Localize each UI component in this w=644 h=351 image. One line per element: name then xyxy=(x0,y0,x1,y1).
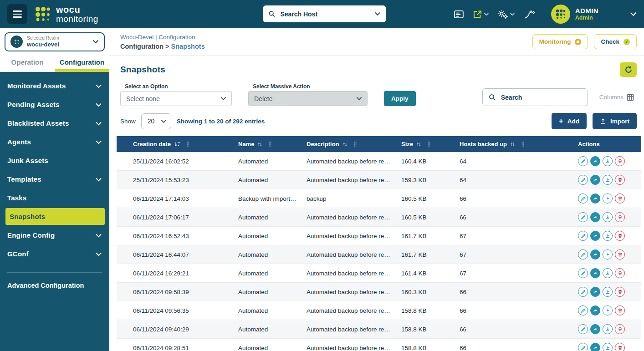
delete-snapshot-button[interactable] xyxy=(615,268,625,278)
column-header-creation-date[interactable]: Creation date xyxy=(117,136,233,152)
option-select[interactable]: Select none xyxy=(120,91,232,106)
restore-snapshot-button[interactable] xyxy=(590,212,600,222)
delete-snapshot-button[interactable] xyxy=(615,212,625,222)
sidebar-item-agents[interactable]: Agents xyxy=(0,132,109,151)
download-snapshot-button[interactable] xyxy=(603,268,613,278)
columns-button[interactable]: Columns xyxy=(597,93,637,102)
restore-snapshot-button[interactable] xyxy=(590,305,600,315)
breadcrumb-realm-link[interactable]: Wocu-Devel xyxy=(120,34,153,41)
breadcrumb-bar: Wocu-Devel | Configuration Configuration… xyxy=(109,28,644,56)
chevron-down-icon xyxy=(95,138,102,146)
table-search-input[interactable] xyxy=(500,93,582,102)
connector-icon[interactable] xyxy=(524,10,536,19)
download-snapshot-button[interactable] xyxy=(603,231,613,241)
column-header-size[interactable]: Size xyxy=(396,136,454,152)
edit-snapshot-button[interactable] xyxy=(578,343,588,351)
sidebar-item-gconf[interactable]: GConf xyxy=(0,244,109,263)
refresh-button[interactable] xyxy=(620,62,637,77)
import-button[interactable]: Import xyxy=(593,113,637,129)
restore-snapshot-button[interactable] xyxy=(590,268,600,278)
sidebar-item-label: Snapshots xyxy=(10,213,45,220)
wocu-logo[interactable]: wocu monitoring xyxy=(34,5,98,24)
restore-snapshot-button[interactable] xyxy=(590,324,600,334)
menu-icon[interactable] xyxy=(7,4,27,24)
apply-button[interactable]: Apply xyxy=(384,91,416,106)
sidebar-item-engine-config[interactable]: Engine Config xyxy=(0,226,109,244)
search-host-input[interactable] xyxy=(279,10,370,18)
restore-snapshot-button[interactable] xyxy=(590,287,600,297)
sidebar-item-junk-assets[interactable]: Junk Assets xyxy=(0,151,109,170)
massive-action-select[interactable]: Delete xyxy=(248,91,368,106)
edit-snapshot-button[interactable] xyxy=(578,193,588,203)
search-host-combobox[interactable] xyxy=(263,5,386,22)
reports-icon[interactable] xyxy=(454,10,464,19)
edit-snapshot-button[interactable] xyxy=(578,305,588,315)
delete-snapshot-button[interactable] xyxy=(615,249,625,259)
download-snapshot-button[interactable] xyxy=(603,343,613,351)
tab-operation[interactable]: Operation xyxy=(0,53,55,72)
delete-snapshot-button[interactable] xyxy=(615,343,625,351)
delete-snapshot-button[interactable] xyxy=(615,156,625,166)
download-snapshot-button[interactable] xyxy=(603,249,613,259)
edit-snapshot-button[interactable] xyxy=(578,268,588,278)
check-status-button[interactable]: Check ✓ xyxy=(594,34,637,49)
download-icon xyxy=(605,252,610,257)
download-snapshot-button[interactable] xyxy=(603,305,613,315)
sidebar-item-advanced-configuration[interactable]: Advanced Configuration xyxy=(0,280,109,296)
download-snapshot-button[interactable] xyxy=(603,324,613,334)
add-button[interactable]: + Add xyxy=(552,113,587,129)
restore-snapshot-button[interactable] xyxy=(590,231,600,241)
download-snapshot-button[interactable] xyxy=(603,175,613,185)
download-snapshot-button[interactable] xyxy=(603,193,613,203)
sidebar-item-tasks[interactable]: Tasks xyxy=(0,188,109,207)
column-header-hosts-backed-up[interactable]: Hosts backed up xyxy=(454,136,572,152)
edit-snapshot-button[interactable] xyxy=(578,231,588,241)
restore-snapshot-button[interactable] xyxy=(590,175,600,185)
drag-handle-icon[interactable] xyxy=(353,141,357,147)
edit-snapshot-button[interactable] xyxy=(578,287,588,297)
realm-selector[interactable]: Selected Realm wocu-devel xyxy=(5,32,105,51)
restore-snapshot-button[interactable] xyxy=(590,156,600,166)
delete-snapshot-button[interactable] xyxy=(615,175,625,185)
download-snapshot-button[interactable] xyxy=(603,287,613,297)
edit-snapshot-button[interactable] xyxy=(578,156,588,166)
pencil-icon xyxy=(581,290,586,295)
column-header-description[interactable]: Description xyxy=(301,136,396,152)
edit-snapshot-button[interactable] xyxy=(578,324,588,334)
edit-snapshot-button[interactable] xyxy=(578,175,588,185)
breadcrumb-path-page[interactable]: Snapshots xyxy=(171,43,205,50)
drag-handle-icon[interactable] xyxy=(268,141,272,147)
services-gears-icon[interactable] xyxy=(498,10,515,19)
restore-snapshot-button[interactable] xyxy=(590,193,600,203)
sidebar-item-pending-assets[interactable]: Pending Assets xyxy=(0,95,109,114)
edit-snapshot-button[interactable] xyxy=(578,212,588,222)
drag-handle-icon[interactable] xyxy=(186,141,190,147)
column-header-name[interactable]: Name xyxy=(233,136,301,152)
monitoring-status-button[interactable]: Monitoring xyxy=(532,34,588,49)
delete-snapshot-button[interactable] xyxy=(615,287,625,297)
sidebar-item-snapshots[interactable]: Snapshots xyxy=(5,208,105,225)
sidebar-item-templates[interactable]: Templates xyxy=(0,170,109,188)
download-snapshot-button[interactable] xyxy=(603,212,613,222)
export-menu-icon[interactable] xyxy=(473,10,489,19)
page-size-select[interactable]: 20 xyxy=(141,113,171,129)
delete-snapshot-button[interactable] xyxy=(615,193,625,203)
admin-texts: ADMIN Admin xyxy=(575,7,598,21)
restore-share-icon xyxy=(593,196,598,201)
delete-snapshot-button[interactable] xyxy=(615,324,625,334)
restore-snapshot-button[interactable] xyxy=(590,249,600,259)
download-snapshot-button[interactable] xyxy=(603,156,613,166)
tab-configuration[interactable]: Configuration xyxy=(55,53,109,72)
chevron-down-icon xyxy=(161,119,167,123)
sidebar-item-monitored-assets[interactable]: Monitored Assets xyxy=(0,76,109,95)
delete-snapshot-button[interactable] xyxy=(615,305,625,315)
breadcrumb-section-link[interactable]: Configuration xyxy=(158,34,195,41)
delete-snapshot-button[interactable] xyxy=(615,231,625,241)
admin-menu[interactable]: ADMIN Admin xyxy=(551,5,637,24)
drag-handle-icon[interactable] xyxy=(427,141,431,147)
table-search-box[interactable] xyxy=(482,88,588,106)
edit-snapshot-button[interactable] xyxy=(578,249,588,259)
sidebar-item-blacklisted-assets[interactable]: Blacklisted Assets xyxy=(0,114,109,132)
restore-snapshot-button[interactable] xyxy=(590,343,600,351)
drag-handle-icon[interactable] xyxy=(521,141,525,147)
